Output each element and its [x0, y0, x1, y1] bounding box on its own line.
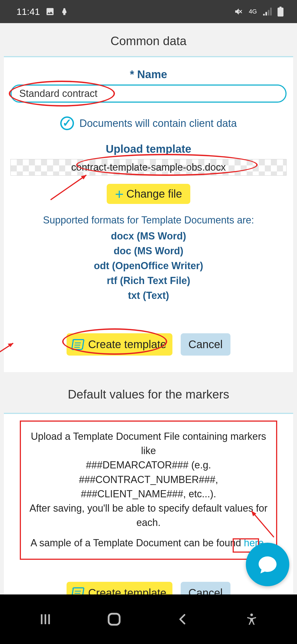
card-common-data: * Name Documents will contain client dat…: [4, 56, 293, 372]
battery-icon: [277, 7, 284, 17]
svg-rect-1: [279, 7, 281, 8]
svg-rect-0: [277, 8, 284, 17]
status-bar: 11:41 4G: [0, 0, 297, 23]
svg-marker-3: [81, 175, 86, 179]
create-template-label: Create template: [88, 338, 166, 351]
chat-fab[interactable]: [246, 543, 289, 586]
signal-icon: [262, 7, 272, 16]
format-item: txt (Text): [10, 288, 287, 303]
name-input[interactable]: [10, 84, 287, 103]
name-label: * Name: [10, 68, 287, 81]
image-icon: [45, 7, 55, 16]
svg-line-7: [0, 343, 13, 366]
annotation-arrow: [0, 339, 19, 370]
info-line: A sample of a Template Document can be f…: [31, 537, 244, 549]
format-item: odt (OpenOffice Writer): [10, 258, 287, 273]
info-box: Upload a Template Document File containi…: [20, 421, 277, 560]
supported-formats: Supported formats for Template Documents…: [10, 214, 287, 303]
clock: 11:41: [16, 6, 40, 17]
android-nav-bar: [0, 594, 297, 644]
uploaded-file-name: contract-template-sample-obs.docx: [71, 162, 226, 173]
svg-rect-17: [109, 614, 120, 625]
change-file-button[interactable]: + Change file: [107, 184, 190, 204]
info-line: ###DEMARCATOR### (e.g. ###CONTRACT_NUMBE…: [24, 458, 273, 487]
card-default-values: Upload a Template Document File containi…: [4, 413, 293, 623]
cancel-button[interactable]: Cancel: [181, 333, 230, 356]
accessibility-button[interactable]: [241, 613, 263, 626]
section-title-default-values: Default values for the markers: [0, 372, 297, 413]
section-title-common-data: Common data: [0, 23, 297, 56]
format-item: rtf (Rich Text File): [10, 273, 287, 288]
uploaded-file-bar: contract-template-sample-obs.docx: [10, 159, 287, 176]
svg-point-18: [250, 613, 253, 616]
change-file-label: Change file: [127, 188, 182, 200]
svg-marker-8: [8, 343, 13, 347]
client-data-label: Documents will contain client data: [79, 118, 237, 129]
praying-icon: [60, 7, 68, 16]
cancel-label: Cancel: [188, 338, 223, 350]
recent-apps-button[interactable]: [34, 612, 56, 627]
mute-icon: [234, 7, 243, 16]
info-line: ###CLIENT_NAME###, etc...).: [24, 487, 273, 501]
document-icon: [72, 339, 85, 350]
chat-icon: [257, 554, 278, 575]
network-label: 4G: [249, 9, 257, 15]
info-line: After saving, you'll be able to specify …: [24, 501, 273, 530]
client-data-checkbox[interactable]: [60, 116, 74, 130]
back-button[interactable]: [172, 613, 194, 626]
formats-heading: Supported formats for Template Documents…: [10, 214, 287, 226]
create-template-button[interactable]: Create template: [67, 333, 172, 356]
upload-label: Upload template: [10, 143, 287, 155]
format-item: doc (MS Word): [10, 244, 287, 258]
format-item: docx (MS Word): [10, 229, 287, 244]
info-line: Upload a Template Document File containi…: [24, 429, 273, 458]
home-button[interactable]: [103, 611, 125, 627]
